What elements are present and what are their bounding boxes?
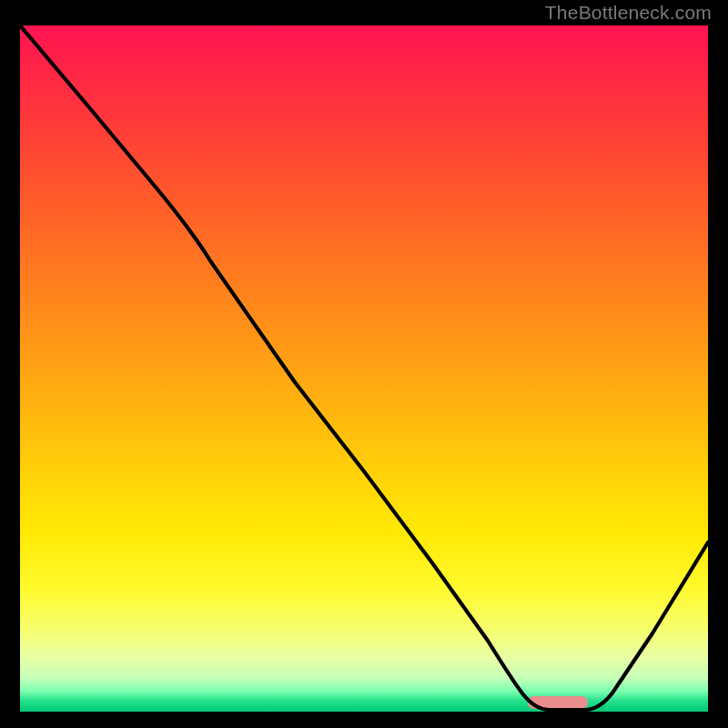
bottleneck-curve [20,25,708,710]
watermark-text: TheBottleneck.com [545,2,712,24]
plot-area [20,25,708,712]
chart-overlay [20,25,708,712]
chart-frame: TheBottleneck.com [0,0,728,728]
